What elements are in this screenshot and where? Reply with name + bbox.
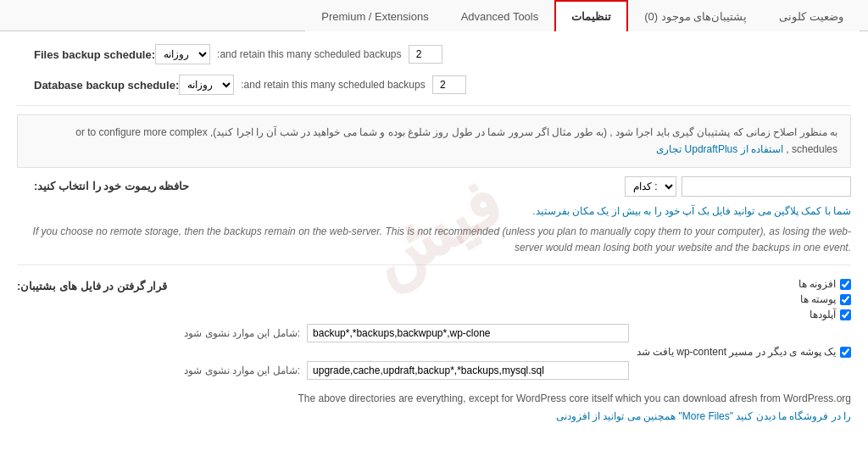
database-backup-dropdown[interactable]: روزانه هفتگی ماهانه [179,75,234,95]
divider-2 [17,264,851,265]
remote-storage-controls: کدام : [189,176,851,197]
exclude-input-1[interactable] [307,324,629,342]
more-files-link[interactable]: همچنین می توانید از افزودنی "More Files"… [556,410,851,422]
exclude-input-2[interactable] [307,361,629,380]
remote-storage-input[interactable] [682,176,851,197]
checkbox-wpcontent[interactable] [840,347,851,358]
backup-section: قرار گرفتن در فایل های بشتیبان: افزونه ه… [17,278,851,383]
checkbox-themes[interactable] [840,294,851,305]
checkbox-folders[interactable] [840,279,851,290]
exclude-label-2: :شامل این موارد نشوی شود [184,365,300,376]
checkbox-uploads-row: آپلودها [184,309,851,320]
tab-bar: وضعیت کلونی پشتیبان‌های موجود (0) تنظیما… [0,0,868,31]
database-backup-label: :Database backup schedule [34,79,179,92]
tab-premium[interactable]: Premium / Extensions [305,1,444,31]
checkbox-uploads-label: آپلودها [810,309,836,320]
content-area: :Files backup schedule روزانه هفتگی ماها… [0,31,868,437]
bottom-link-prefix: همچنین می توانید از [593,410,676,422]
checkbox-themes-row: پوسته ها [184,293,851,305]
page-wrapper: وضعیت کلونی پشتیبان‌های موجود (0) تنظیما… [0,0,868,462]
remote-storage-helper-link[interactable]: شما با کمک پلاگین می توانید فایل بک آپ خ… [17,205,851,217]
updraftplus-commercial-link[interactable]: استفاده از UpdraftPlus تجاری [656,143,783,155]
exclude-label-1: :شامل این موارد نشوی شود [184,327,300,339]
backup-section-label: قرار گرفتن در فایل های بشتیبان: [17,278,167,292]
remote-storage-label: حافظه ریموت خود را انتخاب کنید: [34,180,189,192]
tab-settings[interactable]: تنظیمات [554,0,628,31]
bottom-text-line1: The above directories are everything, ex… [298,392,851,404]
wpcontent-checkbox-row: یک پوشه ی دیگر در مسیر wp-content یافت ش… [184,346,851,358]
bottom-text: The above directories are everything, ex… [17,390,851,425]
tab-clone-status[interactable]: وضعیت کلونی [763,1,860,31]
files-backup-dropdown[interactable]: روزانه هفتگی ماهانه [155,44,210,64]
checkbox-uploads[interactable] [840,309,851,320]
database-backup-row: :Database backup schedule روزانه هفتگی م… [17,75,851,95]
remote-storage-row: حافظه ریموت خود را انتخاب کنید: کدام : [17,176,851,197]
files-backup-count[interactable] [409,45,442,64]
files-backup-row: :Files backup schedule روزانه هفتگی ماها… [17,44,851,64]
wpcontent-checkbox-label: یک پوشه ی دیگر در مسیر wp-content یافت ش… [637,346,836,358]
divider-1 [17,105,851,106]
backup-section-header: قرار گرفتن در فایل های بشتیبان: افزونه ه… [17,278,851,383]
database-retain-text: :and retain this many scheduled backups [241,79,425,91]
checkbox-folders-label: افزونه ها [798,278,836,290]
backup-options: افزونه ها پوسته ها آپلودها :شامل این موا… [184,278,851,383]
files-backup-label: :Files backup schedule [34,48,155,61]
exclude-row-2: :شامل این موارد نشوی شود [184,361,851,380]
checkbox-themes-label: پوسته ها [800,293,836,305]
files-backup-controls: روزانه هفتگی ماهانه :and retain this man… [155,44,442,64]
checkbox-folders-row: افزونه ها [184,278,851,290]
tab-existing-backups[interactable]: پشتیبان‌های موجود (0) [628,1,763,31]
exclude-row-1: :شامل این موارد نشوی شود [184,324,851,342]
database-backup-count[interactable] [432,75,466,94]
tab-advanced-tools[interactable]: Advanced Tools [445,1,555,31]
warning-text: If you choose no remote storage, then th… [17,224,851,256]
remote-storage-dropdown[interactable]: کدام : [625,176,676,197]
info-box: به منظور اصلاح زمانی که پشتیبان گیری بای… [17,114,851,168]
database-backup-controls: روزانه هفتگی ماهانه :and retain this man… [179,75,465,95]
files-retain-text: :and retain this many scheduled backups [217,48,401,60]
